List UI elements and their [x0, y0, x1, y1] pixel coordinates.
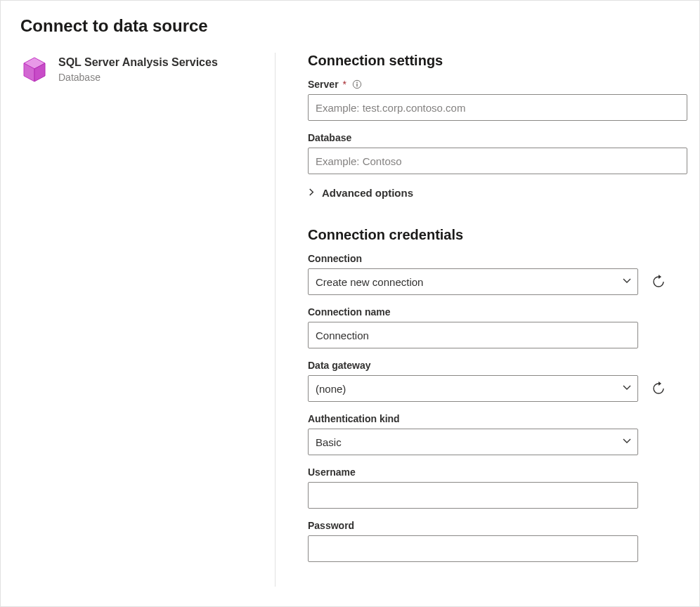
source-text: SQL Server Analysis Services Database	[58, 56, 218, 587]
svg-point-4	[356, 82, 358, 84]
source-category: Database	[58, 72, 218, 83]
auth-select[interactable]	[308, 429, 638, 455]
database-label: Database	[308, 132, 687, 143]
advanced-options-toggle[interactable]: Advanced options	[308, 187, 687, 199]
advanced-options-label: Advanced options	[322, 187, 413, 199]
server-input[interactable]	[308, 94, 687, 121]
database-input[interactable]	[308, 148, 687, 174]
field-password: Password	[308, 520, 687, 562]
gateway-select[interactable]	[308, 375, 638, 402]
password-input[interactable]	[308, 535, 638, 562]
field-database: Database	[308, 132, 687, 174]
refresh-icon	[652, 275, 666, 289]
connection-name-input[interactable]	[308, 322, 638, 348]
field-gateway: Data gateway	[308, 360, 687, 402]
field-connection: Connection	[308, 253, 687, 295]
username-label: Username	[308, 466, 687, 478]
password-label: Password	[308, 520, 687, 531]
chevron-right-icon	[308, 188, 316, 198]
info-icon[interactable]	[352, 79, 362, 89]
source-summary: SQL Server Analysis Services Database	[20, 53, 275, 587]
source-name: SQL Server Analysis Services	[58, 56, 218, 70]
field-connection-name: Connection name	[308, 306, 687, 348]
svg-rect-5	[356, 84, 357, 86]
connection-name-label: Connection name	[308, 306, 687, 318]
auth-label: Authentication kind	[308, 413, 687, 424]
gateway-select-wrap	[308, 375, 638, 402]
dialog: Connect to data source SQL Server Analys…	[0, 0, 700, 607]
section-heading-credentials: Connection credentials	[308, 227, 687, 243]
field-auth: Authentication kind	[308, 413, 687, 455]
required-asterisk: *	[343, 79, 346, 90]
field-server: Server *	[308, 79, 687, 121]
field-username: Username	[308, 466, 687, 509]
dialog-body: SQL Server Analysis Services Database Co…	[1, 53, 699, 587]
form-area: Connection settings Server *	[276, 53, 700, 587]
connection-select-wrap	[308, 268, 638, 295]
connection-label: Connection	[308, 253, 687, 264]
server-label: Server	[308, 79, 339, 90]
cube-icon	[20, 56, 48, 84]
refresh-connection-button[interactable]	[651, 274, 666, 289]
connection-select[interactable]	[308, 268, 638, 295]
gateway-label: Data gateway	[308, 360, 687, 371]
refresh-gateway-button[interactable]	[651, 381, 666, 396]
username-input[interactable]	[308, 482, 638, 509]
server-label-row: Server *	[308, 79, 687, 90]
section-heading-settings: Connection settings	[308, 53, 687, 69]
refresh-icon	[652, 381, 666, 396]
auth-select-wrap	[308, 429, 638, 455]
page-title: Connect to data source	[1, 1, 699, 53]
